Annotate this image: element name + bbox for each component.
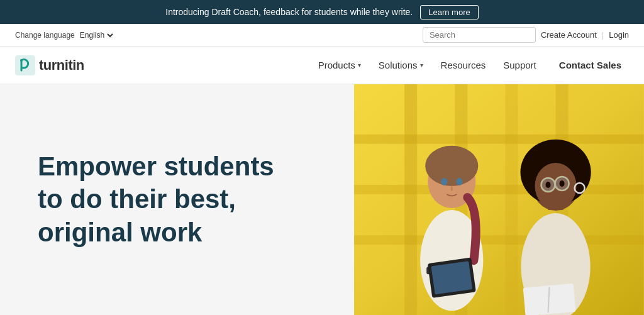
language-dropdown[interactable]: English xyxy=(77,30,115,40)
nav-item-solutions: Solutions ▾ xyxy=(371,55,431,75)
logo-text: turnitin xyxy=(39,57,84,74)
svg-rect-6 xyxy=(506,84,518,315)
login-link[interactable]: Login xyxy=(609,30,629,40)
svg-rect-10 xyxy=(354,235,644,245)
hero-section: Empower students to do their best, origi… xyxy=(0,84,644,315)
main-navigation: turnitin Products ▾ Solutions ▾ Resource… xyxy=(0,47,644,84)
create-account-link[interactable]: Create Account xyxy=(541,30,597,40)
svg-rect-4 xyxy=(404,84,417,315)
change-language-label: Change language xyxy=(15,31,75,40)
svg-rect-8 xyxy=(354,135,644,144)
nav-divider: | xyxy=(602,30,604,40)
hero-photo xyxy=(354,84,644,315)
svg-point-1 xyxy=(20,59,23,62)
chevron-down-icon: ▾ xyxy=(420,62,423,69)
svg-rect-9 xyxy=(354,185,644,194)
nav-item-support: Support xyxy=(496,55,544,75)
nav-item-contact: Contact Sales xyxy=(547,55,629,75)
svg-point-14 xyxy=(425,146,478,186)
solutions-link[interactable]: Solutions ▾ xyxy=(371,55,431,75)
announcement-text: Introducing Draft Coach, feedback for st… xyxy=(165,7,413,17)
utility-bar: Change language English Create Account |… xyxy=(0,24,644,47)
hero-text: Empower students to do their best, origi… xyxy=(0,84,354,315)
svg-rect-0 xyxy=(15,55,35,75)
svg-point-15 xyxy=(441,178,447,185)
svg-point-16 xyxy=(456,178,462,185)
nav-links: Products ▾ Solutions ▾ Resources Support… xyxy=(311,55,629,75)
support-link[interactable]: Support xyxy=(496,55,544,75)
contact-sales-button[interactable]: Contact Sales xyxy=(552,55,629,75)
nav-item-products: Products ▾ xyxy=(311,55,369,75)
products-link[interactable]: Products ▾ xyxy=(311,55,369,75)
resources-link[interactable]: Resources xyxy=(433,55,494,75)
search-input[interactable] xyxy=(423,27,536,43)
utility-right: Create Account | Login xyxy=(423,27,629,43)
stairs-background xyxy=(354,84,644,315)
svg-point-31 xyxy=(546,182,551,188)
learn-more-button[interactable]: Learn more xyxy=(420,5,478,19)
svg-point-32 xyxy=(560,180,565,187)
svg-rect-3 xyxy=(354,84,644,315)
hero-heading: Empower students to do their best, origi… xyxy=(38,150,274,250)
language-selector: Change language English xyxy=(15,30,115,40)
svg-rect-19 xyxy=(431,261,473,294)
turnitin-logo-icon xyxy=(15,55,35,75)
logo-link[interactable]: turnitin xyxy=(15,55,84,75)
nav-item-resources: Resources xyxy=(433,55,494,75)
announcement-bar: Introducing Draft Coach, feedback for st… xyxy=(0,0,644,24)
hero-image xyxy=(354,84,644,315)
chevron-down-icon: ▾ xyxy=(358,62,361,69)
